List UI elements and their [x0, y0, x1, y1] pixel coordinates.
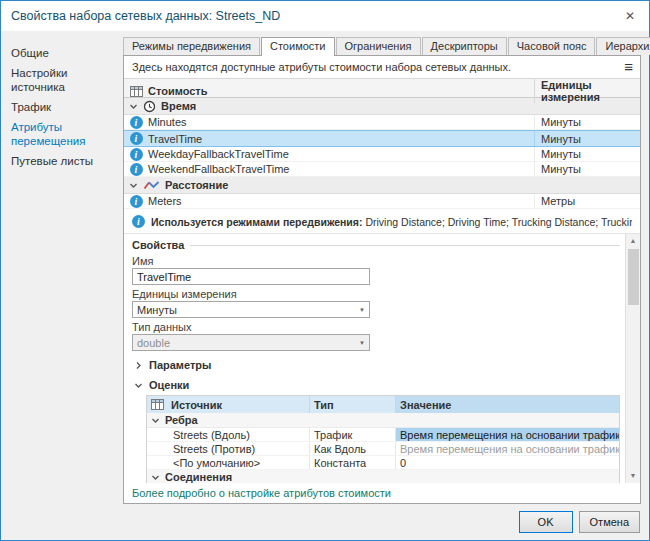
cost-row-weekend-fallback[interactable]: i WeekendFallbackTravelTime Минуты: [124, 162, 640, 177]
evaluator-type: Как Вдоль: [309, 442, 395, 455]
learn-more-link[interactable]: Более подробно о настройке атрибутов сто…: [132, 487, 391, 499]
evaluator-source: Streets (Против): [167, 443, 309, 455]
cost-name: WeekdayFallbackTravelTime: [148, 148, 534, 160]
sidebar-item-directions[interactable]: Путевые листы: [9, 151, 123, 171]
cost-name: TravelTime: [148, 133, 534, 145]
column-header-units[interactable]: Единицы измерения: [534, 79, 640, 103]
datatype-value: double: [137, 337, 170, 349]
column-header-value[interactable]: Значение: [395, 396, 619, 413]
evaluators-table: Источник Тип Значение Ребра Streets (Вдо…: [146, 395, 620, 483]
cost-row-traveltime[interactable]: i TravelTime Минуты: [124, 130, 640, 147]
cost-units: Метры: [534, 194, 640, 208]
tab-hierarchy[interactable]: Иерархия: [596, 37, 650, 55]
properties-section: Свойства Имя Единицы измерения Минуты ▼ …: [124, 233, 640, 483]
column-header-source[interactable]: Источник: [167, 396, 309, 413]
evaluator-value[interactable]: 0: [395, 456, 619, 469]
evaluator-source: <По умолчанию>: [167, 457, 309, 469]
name-field[interactable]: [132, 268, 370, 285]
chevron-right-icon: [134, 361, 143, 370]
scroll-down-button[interactable]: ▼: [626, 469, 640, 483]
dialog-footer: OK Отмена: [1, 504, 649, 540]
cost-row-minutes[interactable]: i Minutes Минуты: [124, 115, 640, 130]
cost-row-weekday-fallback[interactable]: i WeekdayFallbackTravelTime Минуты: [124, 147, 640, 162]
cost-name: WeekendFallbackTravelTime: [148, 163, 534, 175]
sidebar-item-traffic[interactable]: Трафик: [9, 97, 123, 117]
cost-group-distance[interactable]: Расстояние: [124, 177, 640, 194]
costs-table-header: Стоимость Единицы измерения: [124, 78, 640, 98]
info-icon: i: [130, 148, 143, 161]
chevron-down-icon: ▼: [359, 340, 367, 346]
cost-group-label: Расстояние: [165, 179, 228, 191]
evaluator-type: Константа: [309, 456, 395, 469]
cost-name: Meters: [148, 195, 534, 207]
usage-text: Используется режимами передвижения:Drivi…: [151, 216, 632, 228]
evaluators-table-header: Источник Тип Значение: [147, 396, 619, 413]
tab-travel-modes[interactable]: Режимы передвижения: [123, 37, 260, 55]
evaluator-type: Трафик: [309, 428, 395, 441]
column-header-cost[interactable]: Стоимость: [148, 85, 534, 97]
sidebar-item-source-settings[interactable]: Настройки источника: [9, 63, 123, 97]
clock-icon: [143, 100, 156, 113]
parameters-label: Параметры: [149, 359, 211, 371]
costs-panel: Здесь находятся доступные атрибуты стоим…: [123, 55, 641, 504]
costs-description: Здесь находятся доступные атрибуты стоим…: [132, 61, 511, 73]
properties-group-header: Свойства: [132, 238, 620, 252]
evaluator-value[interactable]: Время перемещения на основании трафика: [395, 442, 619, 455]
scroll-up-button[interactable]: ▲: [626, 234, 640, 248]
parameters-expander[interactable]: Параметры: [134, 359, 620, 371]
evaluator-group-junctions[interactable]: Соединения: [147, 470, 619, 483]
chevron-down-icon: [129, 102, 138, 111]
evaluator-group-label: Ребра: [165, 414, 198, 426]
datatype-combobox: double ▼: [132, 334, 370, 351]
tab-costs[interactable]: Стоимости: [261, 37, 334, 56]
info-icon: i: [130, 116, 143, 129]
sidebar: Общие Настройки источника Трафик Атрибут…: [9, 35, 123, 504]
evaluator-row-streets-along[interactable]: Streets (Вдоль) Трафик Время перемещения…: [147, 428, 619, 442]
properties-title: Свойства: [132, 239, 184, 251]
cost-units: Минуты: [534, 147, 640, 161]
info-icon: i: [130, 132, 143, 145]
usage-note: i Используется режимами передвижения:Dri…: [124, 209, 640, 233]
info-icon: i: [130, 163, 143, 176]
column-header-type[interactable]: Тип: [309, 396, 395, 413]
datatype-label: Тип данных: [132, 321, 620, 333]
evaluator-value[interactable]: Время перемещения на основании трафика: [395, 428, 619, 441]
evaluator-row-streets-against[interactable]: Streets (Против) Как Вдоль Время перемещ…: [147, 442, 619, 456]
sidebar-item-travel-attributes[interactable]: Атрибуты перемещения: [9, 117, 123, 151]
units-label: Единицы измерения: [132, 288, 620, 300]
footer-link-row: Более подробно о настройке атрибутов сто…: [124, 483, 640, 503]
cost-units: Минуты: [534, 162, 640, 176]
chevron-down-icon: [151, 473, 160, 482]
properties-content: Свойства Имя Единицы измерения Минуты ▼ …: [124, 234, 624, 483]
costs-table: Стоимость Единицы измерения Время i Minu…: [124, 78, 640, 209]
cost-units: Минуты: [534, 115, 640, 129]
info-icon: i: [130, 195, 143, 208]
tab-restrictions[interactable]: Ограничения: [336, 37, 421, 55]
scrollbar[interactable]: ▲ ▼: [625, 234, 640, 483]
tab-bar: Режимы передвижения Стоимости Ограничени…: [123, 35, 641, 55]
evaluator-row-edges-default[interactable]: <По умолчанию> Константа 0: [147, 456, 619, 470]
chevron-down-icon: ▼: [359, 307, 367, 313]
units-combobox[interactable]: Минуты ▼: [132, 301, 370, 318]
sidebar-item-general[interactable]: Общие: [9, 43, 123, 63]
cancel-button[interactable]: Отмена: [579, 511, 640, 533]
cost-name: Minutes: [148, 116, 534, 128]
cost-row-meters[interactable]: i Meters Метры: [124, 194, 640, 209]
evaluator-group-edges[interactable]: Ребра: [147, 413, 619, 428]
evaluators-expander[interactable]: Оценки: [134, 379, 620, 391]
cost-units: Минуты: [534, 131, 640, 146]
titlebar: Свойства набора сетевых данных: Streets_…: [1, 1, 649, 31]
menu-icon[interactable]: ≡: [624, 60, 633, 74]
dialog-body: Общие Настройки источника Трафик Атрибут…: [1, 31, 649, 504]
description-row: Здесь находятся доступные атрибуты стоим…: [124, 56, 640, 78]
ok-button[interactable]: OK: [519, 511, 573, 533]
scrollbar-thumb[interactable]: [628, 249, 639, 305]
dialog-window: Свойства набора сетевых данных: Streets_…: [0, 0, 650, 541]
usage-modes: Driving Distance; Driving Time; Trucking…: [365, 216, 632, 228]
cost-group-label: Время: [161, 100, 196, 112]
tab-descriptors[interactable]: Дескрипторы: [422, 37, 507, 55]
chevron-down-icon: [134, 381, 143, 390]
close-icon[interactable]: ✕: [617, 5, 643, 27]
tab-time-zone[interactable]: Часовой пояс: [508, 37, 596, 55]
evaluator-group-label: Соединения: [165, 471, 232, 483]
